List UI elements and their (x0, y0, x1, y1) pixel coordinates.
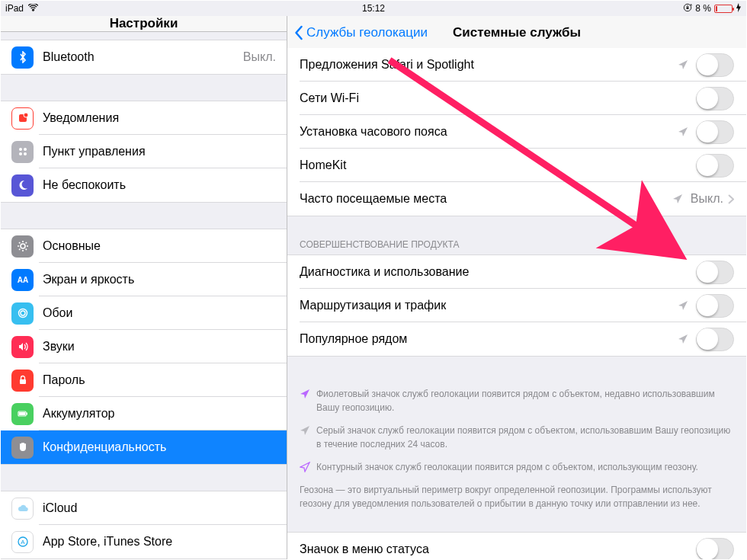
moon-icon (11, 174, 34, 197)
row-label: Сети Wi-Fi (300, 91, 696, 105)
sidebar-item-label: Экран и яркость (43, 273, 276, 286)
svg-point-6 (19, 152, 22, 155)
control-center-icon (11, 141, 34, 163)
back-button[interactable]: Службы геолокации (293, 25, 428, 40)
sidebar-item-appstore[interactable]: A App Store, iTunes Store (1, 525, 287, 558)
sidebar-item-value: Выкл. (243, 50, 276, 64)
location-icon (678, 59, 688, 70)
wifi-icon (28, 3, 38, 14)
footer-note-text: Серый значок служб геолокации появится р… (316, 424, 734, 451)
row-diagnostics[interactable]: Диагностика и использование (287, 255, 746, 289)
footer-note: Контурный значок служб геолокации появит… (300, 460, 734, 474)
settings-sidebar: Настройки Bluetooth Выкл. Уведомления (1, 16, 287, 559)
svg-text:AA: AA (17, 276, 27, 284)
toggle-switch[interactable] (696, 328, 734, 351)
footer-note: Фиолетовый значок служб геолокации появи… (300, 387, 734, 414)
location-icon (678, 300, 688, 311)
row-status-icon[interactable]: Значок в меню статуса (287, 533, 746, 559)
toggle-switch[interactable] (696, 261, 734, 284)
bluetooth-icon (11, 46, 34, 69)
sidebar-item-label: Аккумулятор (43, 407, 276, 421)
svg-point-3 (24, 113, 28, 117)
sidebar-item-privacy[interactable]: Конфиденциальность (1, 430, 287, 464)
sidebar-item-label: Пункт управления (43, 145, 276, 158)
sidebar-item-wallpaper[interactable]: Обои (1, 296, 287, 330)
svg-point-10 (21, 311, 25, 315)
row-label: Значок в меню статуса (300, 542, 696, 556)
sidebar-item-label: Пароль (43, 373, 276, 387)
sidebar-item-label: Основные (43, 239, 276, 253)
battery-icon (714, 5, 733, 13)
row-label: Часто посещаемые места (300, 192, 672, 206)
sidebar-item-label: Конфиденциальность (43, 440, 276, 454)
sidebar-item-label: iCloud (43, 501, 276, 515)
status-bar: iPad 15:12 8 % (1, 1, 746, 16)
sidebar-item-dnd[interactable]: Не беспокоить (1, 168, 287, 202)
row-wifi-networks[interactable]: Сети Wi-Fi (287, 82, 746, 115)
left-header: Настройки (1, 16, 287, 32)
location-icon (678, 126, 688, 137)
sidebar-item-control-center[interactable]: Пункт управления (1, 135, 287, 168)
appstore-icon: A (11, 531, 34, 553)
section-header: СОВЕРШЕНСТВОВАНИЕ ПРОДУКТА (287, 239, 746, 254)
svg-rect-15 (19, 412, 25, 415)
location-icon (678, 334, 688, 344)
row-label: Установка часового пояса (300, 125, 678, 139)
sidebar-item-label: Не беспокоить (43, 178, 276, 192)
row-label: HomeKit (300, 158, 696, 172)
location-icon (300, 425, 310, 436)
display-icon: AA (11, 269, 34, 291)
orientation-lock-icon (683, 3, 692, 14)
row-timezone[interactable]: Установка часового пояса (287, 115, 746, 149)
row-label: Предложения Safari и Spotlight (300, 58, 678, 72)
row-frequent-places[interactable]: Часто посещаемые места Выкл. (287, 182, 746, 216)
toggle-switch[interactable] (696, 120, 734, 144)
wallpaper-icon (11, 302, 34, 325)
svg-point-11 (18, 309, 27, 318)
sidebar-item-notifications[interactable]: Уведомления (1, 101, 287, 135)
sidebar-item-sounds[interactable]: Звуки (1, 330, 287, 363)
sidebar-item-icloud[interactable]: iCloud (1, 491, 287, 525)
svg-point-7 (24, 152, 27, 155)
toggle-switch[interactable] (696, 53, 734, 77)
sidebar-item-battery[interactable]: Аккумулятор (1, 397, 287, 430)
toggle-switch[interactable] (696, 87, 734, 110)
gear-icon (11, 235, 34, 258)
svg-point-8 (21, 244, 25, 248)
left-title: Настройки (110, 16, 178, 31)
sidebar-item-passcode[interactable]: Пароль (1, 363, 287, 397)
chevron-left-icon (293, 25, 303, 40)
row-safari-spotlight[interactable]: Предложения Safari и Spotlight (287, 48, 746, 82)
device-name: iPad (5, 3, 24, 14)
row-value: Выкл. (691, 192, 723, 206)
sidebar-item-general[interactable]: Основные (1, 229, 287, 263)
toggle-switch[interactable] (696, 154, 734, 178)
footer-note: Серый значок служб геолокации появится р… (300, 424, 734, 451)
sidebar-item-label: App Store, iTunes Store (43, 535, 276, 549)
charging-icon (736, 3, 742, 14)
svg-rect-1 (687, 7, 689, 9)
row-popular-nearby[interactable]: Популярное рядом (287, 322, 746, 356)
toggle-switch[interactable] (696, 538, 734, 560)
row-routing-traffic[interactable]: Маршрутизация и трафик (287, 289, 746, 322)
location-icon (672, 194, 683, 204)
svg-rect-12 (20, 379, 26, 384)
sidebar-item-label: Обои (43, 306, 276, 320)
footer-plain-text: Геозона — это виртуальный периметр вокру… (300, 483, 734, 510)
right-header: Службы геолокации Системные службы (287, 16, 746, 50)
svg-point-5 (24, 148, 27, 151)
toggle-switch[interactable] (696, 294, 734, 318)
sidebar-item-label: Bluetooth (43, 50, 243, 64)
right-title: Системные службы (453, 25, 581, 40)
detail-pane: Службы геолокации Системные службы Предл… (287, 16, 746, 559)
svg-rect-14 (26, 413, 27, 415)
settings-window: iPad 15:12 8 % Настройки Bluetooth Выкл. (0, 0, 747, 560)
hand-icon (11, 437, 34, 459)
row-label: Популярное рядом (300, 332, 678, 346)
row-homekit[interactable]: HomeKit (287, 149, 746, 182)
sidebar-item-bluetooth[interactable]: Bluetooth Выкл. (1, 40, 287, 74)
cloud-icon (11, 498, 34, 520)
clock: 15:12 (362, 3, 385, 14)
sidebar-item-display[interactable]: AA Экран и яркость (1, 263, 287, 296)
svg-point-4 (19, 148, 22, 151)
